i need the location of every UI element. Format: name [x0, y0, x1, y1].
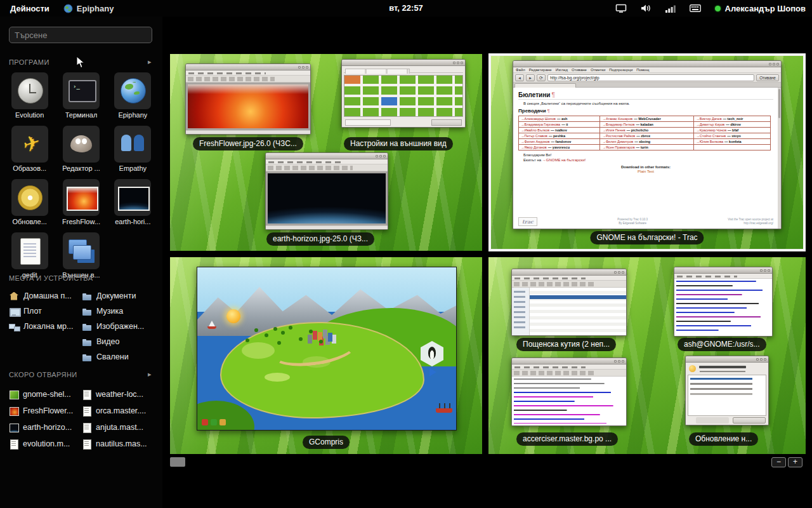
app-earth-horizon[interactable]: earth-hori...: [108, 179, 157, 225]
wiki-link[interactable]: →Ясен Праматаров: [602, 145, 634, 149]
recent-expander-icon[interactable]: ▸: [148, 370, 152, 378]
wiki-link[interactable]: →Филип Андонов: [521, 140, 550, 144]
menu-help[interactable]: Помощ: [636, 68, 649, 72]
window-freshflower-viewer[interactable]: [185, 64, 311, 135]
gnome-bg-link[interactable]: →GNOME на български!: [542, 158, 586, 162]
plain-text-link[interactable]: Plain Text: [518, 170, 773, 173]
trac-url-link[interactable]: http://trac.edgewall.org/: [743, 222, 773, 225]
search-input[interactable]: [9, 27, 152, 43]
arrow-icon[interactable]: [429, 368, 436, 377]
wiki-link[interactable]: →Владимир Петков: [602, 123, 634, 126]
wiki-link[interactable]: →Красимир Чонов: [696, 128, 726, 132]
workspace-4[interactable]: Пощенска кутия (2 неп... ash@GNOME:/usr/…: [488, 257, 806, 454]
place-downloads[interactable]: Свалени: [82, 349, 155, 364]
display-icon[interactable]: [615, 4, 627, 13]
app-software-update[interactable]: Обновле...: [5, 179, 54, 225]
browser-page: Бюлетини¶ В секция „Бюлетини“ са периоди…: [513, 88, 781, 229]
menu-tabs[interactable]: Подпрозорци: [609, 68, 632, 72]
window-evolution-mail[interactable]: [511, 269, 627, 336]
place-home[interactable]: Домашна п...: [9, 288, 82, 304]
app-freshflower[interactable]: FreshFlow...: [56, 179, 105, 225]
page-scrollbar[interactable]: [778, 88, 781, 229]
workspace-3[interactable]: GCompris: [170, 257, 482, 454]
text-file-icon: [82, 406, 91, 416]
app-empathy[interactable]: Empathy: [108, 126, 157, 172]
wiki-link[interactable]: →Владимира Гиргинова: [521, 123, 560, 126]
window-terminal[interactable]: [674, 267, 773, 337]
browser-tab-bar[interactable]: [513, 83, 781, 88]
forward-button[interactable]: ▸: [526, 74, 535, 81]
user-menu[interactable]: Александър Шопов: [715, 4, 806, 13]
wiki-link[interactable]: →Стойчо Станчев: [696, 134, 726, 138]
recent-item[interactable]: orca.master....: [82, 403, 155, 419]
wiki-link[interactable]: →Ивайло Вълков: [521, 128, 549, 132]
place-desktop[interactable]: Плот: [9, 304, 82, 319]
wiki-link[interactable]: →Юлия Велкова: [696, 140, 723, 144]
menu-go[interactable]: Отиване: [572, 68, 587, 72]
status-bar: [266, 225, 388, 229]
wiki-link[interactable]: →Петър Славов: [521, 134, 547, 138]
recent-item[interactable]: gnome-shel...: [9, 386, 82, 403]
window-update-manager[interactable]: [685, 356, 769, 425]
app-label: Empathy: [119, 164, 147, 172]
reload-button[interactable]: ⟳: [537, 74, 546, 81]
workspace-1[interactable]: FreshFlower.jpg-26.0 (ЧЗС... Настройки н…: [170, 54, 482, 251]
recent-item[interactable]: anjuta.mast...: [82, 419, 155, 436]
recent-item[interactable]: nautilus.mas...: [82, 436, 155, 452]
recent-item[interactable]: earth-horizo...: [9, 419, 82, 436]
menu-bookmarks[interactable]: Отметки: [591, 68, 605, 72]
programs-expander-icon[interactable]: ▸: [148, 58, 152, 66]
volume-icon[interactable]: [641, 4, 652, 13]
add-workspace-button[interactable]: +: [788, 457, 802, 467]
app-gcompris[interactable]: Образов...: [5, 126, 54, 172]
place-music[interactable]: Музика: [82, 304, 155, 319]
focused-app-menu[interactable]: Epiphany: [63, 4, 114, 13]
window-gedit-editor[interactable]: [511, 358, 627, 426]
window-gcompris[interactable]: [197, 267, 457, 431]
window-titlebar: [512, 358, 626, 364]
back-button[interactable]: ◂: [515, 74, 524, 81]
workspace-indicator[interactable]: [170, 457, 185, 467]
wiki-link[interactable]: →Димитър Киров: [696, 123, 724, 126]
window-appearance-settings[interactable]: [341, 59, 466, 128]
maximize-icon: [618, 360, 620, 363]
text-file-icon: [82, 390, 91, 399]
wiki-link[interactable]: →Илия Пенев: [602, 128, 625, 132]
workspace-2[interactable]: Файл Редактиране Изглед Отиване Отметки …: [488, 53, 806, 251]
recent-item[interactable]: weather-loc...: [82, 386, 155, 403]
wiki-link[interactable]: →Явор Доганов: [521, 145, 547, 149]
menu-file[interactable]: Файл: [516, 68, 525, 72]
app-terminal[interactable]: Терминал: [56, 72, 105, 119]
place-documents[interactable]: Документи: [82, 288, 155, 304]
place-videos[interactable]: Видео: [82, 334, 155, 349]
remove-workspace-button[interactable]: −: [771, 457, 786, 467]
fields: [242, 342, 275, 359]
place-network[interactable]: Локална мр...: [9, 319, 82, 334]
recent-item[interactable]: FreshFlower...: [9, 403, 82, 419]
menu-edit[interactable]: Редактиране: [529, 68, 552, 72]
place-pictures[interactable]: Изображен...: [82, 319, 155, 334]
window-label: FreshFlower.jpg-26.0 (ЧЗС...: [193, 137, 303, 150]
wiki-link[interactable]: →Филип Димитров: [602, 140, 633, 144]
wiki-link[interactable]: →Александър Шопов: [521, 117, 556, 121]
network-signal-icon[interactable]: [665, 4, 676, 13]
app-image-editor[interactable]: Редактор ...: [56, 126, 105, 172]
earth-thumbnail: [9, 423, 18, 432]
wiki-link[interactable]: →Виктор Дачев: [696, 117, 721, 121]
window-earth-viewer[interactable]: [265, 152, 388, 230]
app-evolution[interactable]: Evolution: [5, 72, 54, 119]
keyboard-icon[interactable]: [690, 4, 701, 12]
window-epiphany-browser[interactable]: Файл Редактиране Изглед Отиване Отметки …: [513, 60, 782, 229]
activities-button[interactable]: Дейности: [5, 2, 55, 15]
gcompris-toolbar-icons[interactable]: [202, 419, 208, 425]
menu-view[interactable]: Изглед: [556, 68, 568, 72]
address-bar[interactable]: http://fsa-bg.org/project/gtp: [547, 74, 754, 81]
go-button[interactable]: Отиване: [756, 74, 779, 81]
app-epiphany[interactable]: Epiphany: [108, 72, 157, 119]
app-appearance[interactable]: Външен в...: [56, 232, 105, 279]
wiki-link[interactable]: →Атанас Кошаров: [602, 117, 632, 121]
recent-item[interactable]: evolution.m...: [9, 436, 82, 452]
clock[interactable]: вт, 22:57: [389, 0, 423, 17]
wiki-link[interactable]: →Ростислав Райков: [602, 134, 635, 138]
app-gedit[interactable]: gedit: [5, 232, 54, 279]
